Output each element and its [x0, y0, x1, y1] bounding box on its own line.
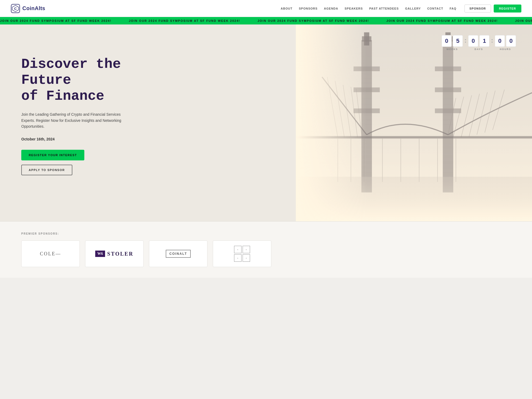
navbar: C CoinAlts ABOUT SPONSORS AGENDA SPEAKER… — [0, 0, 532, 17]
hours-digit-2: 0 — [506, 35, 516, 47]
days-label: DAYS — [475, 48, 483, 51]
hero-section: 0 5 WEEKS : 0 1 DAYS : 0 0 HOURS Discove… — [0, 24, 532, 221]
ticker-banner: JOIN OUR 2024 FUND SYMPOSIUM AT SF FUND … — [0, 17, 532, 24]
svg-rect-39 — [296, 24, 532, 221]
weeks-digit-2: 5 — [453, 35, 463, 47]
grid-cell-3: ▪ — [234, 254, 242, 262]
svg-text:C: C — [14, 7, 17, 11]
stoler-text: STOLER — [107, 251, 134, 257]
nav-about[interactable]: ABOUT — [278, 5, 295, 12]
countdown-hours-digits: 0 0 — [495, 35, 516, 47]
sponsor-card-cole: COLE— — [21, 240, 80, 267]
nav-agenda[interactable]: AGENDA — [321, 5, 341, 12]
countdown-weeks: 0 5 WEEKS — [442, 35, 463, 51]
ticker-text: JOIN OUR 2024 FUND SYMPOSIUM AT SF FUND … — [0, 19, 532, 22]
sponsors-section: PREMIER SPONSORS: COLE— W6 STOLER COINAL… — [0, 221, 532, 278]
logo-text: CoinAlts — [22, 5, 45, 11]
weeks-label: WEEKS — [446, 48, 458, 51]
nav-speakers[interactable]: SPEAKERS — [342, 5, 365, 12]
countdown-weeks-digits: 0 5 — [442, 35, 463, 47]
hero-buttons: REGISTER YOUR INTEREST APPLY TO SPONSOR — [21, 150, 133, 175]
countdown-days: 0 1 DAYS — [468, 35, 489, 51]
stoler-badge: W6 — [95, 251, 105, 257]
days-digit-1: 0 — [468, 35, 478, 47]
sponsor-logo-grid: ▪ ▪ ▪ ▪ — [234, 246, 250, 262]
nav-past-attendees[interactable]: PAST ATTENDEES — [367, 5, 401, 12]
sponsor-card-box: COINALT — [149, 240, 207, 267]
nav-links: ABOUT SPONSORS AGENDA SPEAKERS PAST ATTE… — [278, 5, 459, 12]
grid-cell-1: ▪ — [234, 246, 242, 253]
sponsor-card-stoler: W6 STOLER — [85, 240, 144, 267]
nav-gallery[interactable]: GALLERY — [402, 5, 423, 12]
weeks-digit-1: 0 — [442, 35, 452, 47]
colon-2: : — [491, 37, 493, 44]
apply-sponsor-button[interactable]: APPLY TO SPONSOR — [21, 165, 72, 175]
grid-cell-2: ▪ — [243, 246, 250, 253]
hero-date: October 16th, 2024 — [21, 137, 133, 141]
sponsor-logo-stoler-container: W6 STOLER — [95, 251, 134, 257]
colon-1: : — [464, 37, 467, 44]
nav-sponsors[interactable]: SPONSORS — [296, 5, 320, 12]
bridge-image — [160, 24, 532, 221]
sponsor-card-grid: ▪ ▪ ▪ ▪ — [213, 240, 271, 267]
hero-title-line2: of Finance — [21, 88, 104, 104]
hours-label: HOURS — [500, 48, 511, 51]
hero-subtitle: Join the Leading Gathering of Crypto and… — [21, 111, 133, 129]
sponsor-logo-box: COINALT — [166, 250, 191, 258]
grid-cell-4: ▪ — [243, 254, 250, 262]
countdown: 0 5 WEEKS : 0 1 DAYS : 0 0 HOURS — [442, 35, 516, 51]
sponsors-label: PREMIER SPONSORS: — [21, 232, 511, 235]
nav-sponsor-button[interactable]: SPONSOR — [464, 5, 491, 13]
nav-actions: SPONSOR REGISTER — [464, 5, 521, 13]
days-digit-2: 1 — [479, 35, 489, 47]
nav-register-button[interactable]: REGISTER — [494, 5, 521, 13]
hours-digit-1: 0 — [495, 35, 505, 47]
sponsor-logo-cole: COLE— — [40, 251, 61, 257]
countdown-days-digits: 0 1 — [468, 35, 489, 47]
hero-title-line1: Discover the Future — [21, 56, 121, 88]
hero-content: Discover the Future of Finance Join the … — [0, 24, 154, 191]
countdown-hours: 0 0 HOURS — [495, 35, 516, 51]
logo[interactable]: C CoinAlts — [11, 4, 45, 13]
logo-icon: C — [11, 4, 20, 13]
nav-faq[interactable]: FAQ — [447, 5, 459, 12]
hero-title: Discover the Future of Finance — [21, 56, 133, 104]
register-interest-button[interactable]: REGISTER YOUR INTEREST — [21, 150, 84, 160]
nav-contact[interactable]: CONTACT — [425, 5, 446, 12]
sponsors-grid: COLE— W6 STOLER COINALT ▪ ▪ ▪ ▪ — [21, 240, 511, 267]
